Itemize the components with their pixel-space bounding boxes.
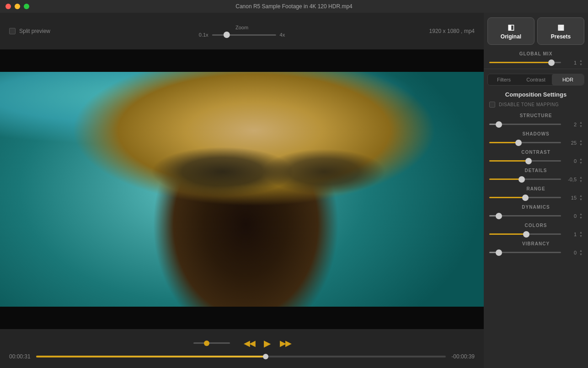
shadows-slider[interactable] [489,142,561,143]
original-button[interactable]: ◧ Original [487,17,535,45]
colors-slider[interactable] [489,233,561,235]
tone-map-checkbox[interactable] [489,102,495,108]
title-bar: Canon R5 Sample Footage in 4K 120 HDR.mp… [0,0,588,13]
zoom-label: Zoom [235,25,248,30]
video-content [0,72,484,307]
split-preview-label: Split preview [19,28,50,34]
fast-forward-button[interactable]: ▶▶ [280,338,291,348]
right-panel: ◧ Original ▦ Presets GLOBAL MIX 1 ▲ ▼ Fi… [484,13,588,368]
tab-contrast[interactable]: Contrast [520,74,552,85]
colors-spinner[interactable]: ▲ ▼ [579,231,583,238]
details-row: -0,5 ▲ ▼ [484,174,588,184]
shadows-row: 25 ▲ ▼ [484,137,588,148]
dynamics-value: 0 [564,213,577,219]
play-button[interactable]: ▶ [264,338,271,349]
range-label: RANGE [484,184,588,192]
vibrancy-slider[interactable] [489,252,561,253]
details-slider[interactable] [489,179,561,180]
contrast-row: 0 ▲ ▼ [484,156,588,166]
window-title: Canon R5 Sample Footage in 4K 120 HDR.mp… [235,3,352,10]
dynamics-label: DYNAMICS [484,203,588,211]
tab-filters[interactable]: Filters [488,74,520,85]
colors-row: 1 ▲ ▼ [484,229,588,239]
time-remaining: -00:00:39 [451,353,475,360]
contrast-value: 0 [564,158,577,164]
playback-buttons: ◀◀ ▶ ▶▶ [193,338,291,349]
original-label: Original [501,33,521,40]
range-value: 15 [564,195,577,200]
structure-label: STRUCTURE [484,111,588,119]
scrubber-fill [36,356,266,357]
global-mix-label: GLOBAL MIX [484,49,588,57]
time-current: 00:00:31 [9,353,31,360]
video-area: Split preview Zoom 0.1x 4x 1920 x 1080 ,… [0,13,484,368]
tab-hdr[interactable]: HDR [552,74,584,85]
preset-buttons: ◧ Original ▦ Presets [484,13,588,49]
player-controls: ◀◀ ▶ ▶▶ 00:00:31 -00:00:39 [0,329,484,368]
divider-1 [484,69,588,69]
dynamics-slider[interactable] [489,215,561,216]
structure-value: 2 [564,122,577,127]
range-spinner[interactable]: ▲ ▼ [579,194,583,201]
sunglasses-overlay [121,142,412,201]
range-row: 15 ▲ ▼ [484,192,588,203]
scrubber-thumb[interactable] [263,354,268,359]
spin-down-icon[interactable]: ▼ [579,63,583,66]
details-value: -0,5 [564,177,577,182]
global-mix-spinner[interactable]: ▲ ▼ [579,59,583,66]
zoom-control: Zoom 0.1x 4x [199,25,285,38]
split-preview-checkbox[interactable] [9,28,16,34]
contrast-label: CONTRAST [484,148,588,156]
structure-spinner[interactable]: ▲ ▼ [579,121,583,128]
volume-control [193,342,230,344]
dynamics-spinner[interactable]: ▲ ▼ [579,212,583,219]
vibrancy-spinner[interactable]: ▲ ▼ [579,249,583,256]
presets-icon: ▦ [557,23,564,32]
vibrancy-label: VIBRANCY [484,239,588,247]
global-mix-row: 1 ▲ ▼ [484,57,588,68]
composition-settings-header: Composition Settings [484,87,588,100]
details-label: DETAILS [484,166,588,174]
contrast-slider[interactable] [489,160,561,162]
vibrancy-value: 0 [564,250,577,255]
shadows-value: 25 [564,140,577,146]
video-image [0,49,484,329]
tone-map-row: DISABLE TONE MAPPING [484,100,588,111]
window-controls[interactable] [5,4,29,9]
structure-row: 2 ▲ ▼ [484,119,588,130]
vibrancy-row: 0 ▲ ▼ [484,247,588,258]
range-slider[interactable] [489,197,561,198]
split-preview-control[interactable]: Split preview [9,28,50,34]
colors-label: COLORS [484,221,588,229]
zoom-row: 0.1x 4x [199,32,285,38]
contrast-spinner[interactable]: ▲ ▼ [579,157,583,164]
video-frame [0,49,484,329]
colors-value: 1 [564,232,577,237]
spin-up-icon[interactable]: ▲ [579,59,583,62]
zoom-min-label: 0.1x [199,32,208,38]
rewind-button[interactable]: ◀◀ [244,338,255,348]
presets-button[interactable]: ▦ Presets [537,17,584,45]
minimize-button[interactable] [15,4,20,9]
shadows-spinner[interactable]: ▲ ▼ [579,139,583,146]
scrubber-track[interactable] [36,356,446,357]
presets-label: Presets [551,33,571,40]
volume-slider[interactable] [193,342,230,344]
dynamics-row: 0 ▲ ▼ [484,211,588,221]
zoom-max-label: 4x [280,32,285,38]
resolution-info: 1920 x 1080 , mp4 [429,28,475,34]
global-mix-value: 1 [564,60,577,65]
top-controls: Split preview Zoom 0.1x 4x 1920 x 1080 ,… [0,13,484,49]
maximize-button[interactable] [24,4,29,9]
global-mix-slider[interactable] [489,62,561,63]
original-icon: ◧ [508,23,514,32]
tone-map-label: DISABLE TONE MAPPING [499,102,559,107]
main-layout: Split preview Zoom 0.1x 4x 1920 x 1080 ,… [0,13,588,368]
zoom-slider[interactable] [212,34,276,36]
close-button[interactable] [5,4,11,9]
shadows-label: SHADOWS [484,130,588,137]
tab-row: Filters Contrast HDR [487,74,584,86]
scrubber-area: 00:00:31 -00:00:39 [9,353,475,360]
details-spinner[interactable]: ▲ ▼ [579,176,583,183]
structure-slider[interactable] [489,124,561,125]
